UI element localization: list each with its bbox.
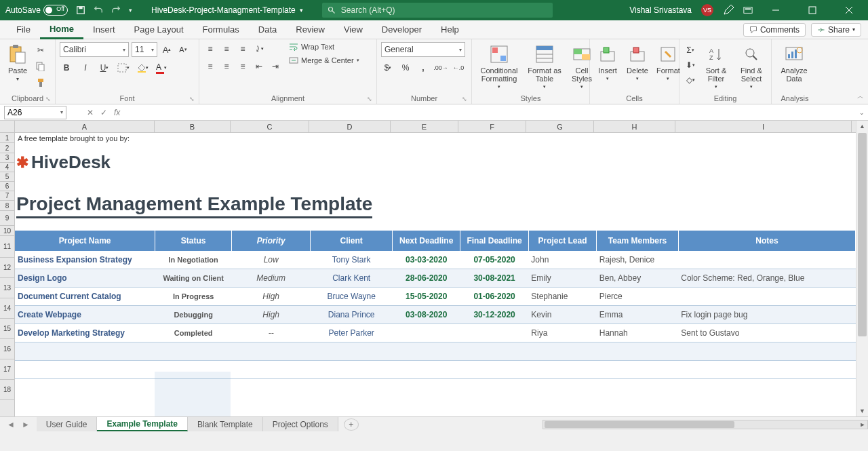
table-cell[interactable]: In Negotiation bbox=[155, 251, 231, 269]
table-header[interactable]: Project Lead bbox=[528, 231, 596, 251]
underline-button[interactable]: U▾ bbox=[98, 61, 111, 75]
table-row[interactable]: Design LogoWaiting on ClientMediumClark … bbox=[15, 269, 856, 288]
align-center-button[interactable]: ≡ bbox=[220, 60, 233, 73]
align-top-button[interactable]: ≡ bbox=[203, 42, 217, 56]
col-header-E[interactable]: E bbox=[391, 121, 458, 132]
percent-button[interactable]: % bbox=[399, 61, 412, 75]
increase-font-button[interactable]: A▴ bbox=[160, 43, 174, 56]
col-header-G[interactable]: G bbox=[526, 121, 594, 132]
table-cell[interactable] bbox=[460, 324, 528, 342]
row-header-6[interactable]: 6 bbox=[0, 182, 14, 191]
table-cell[interactable]: Business Expansion Strategy bbox=[15, 251, 155, 269]
row-header-17[interactable]: 17 bbox=[0, 359, 14, 380]
formula-input[interactable] bbox=[125, 106, 856, 119]
col-header-F[interactable]: F bbox=[458, 121, 526, 132]
table-cell[interactable] bbox=[528, 342, 596, 361]
row-header-2[interactable]: 2 bbox=[0, 143, 14, 153]
table-header[interactable]: Project Name bbox=[15, 231, 155, 251]
enter-formula-button[interactable]: ✓ bbox=[100, 108, 107, 117]
table-cell[interactable] bbox=[392, 361, 460, 379]
table-cell[interactable] bbox=[678, 288, 855, 306]
merge-center-button[interactable]: Merge & Center ▾ bbox=[289, 56, 359, 65]
table-header[interactable]: Team Members bbox=[597, 231, 679, 251]
table-cell[interactable]: John bbox=[528, 251, 596, 269]
table-cell[interactable]: High bbox=[231, 288, 311, 306]
table-header[interactable]: Final Deadline bbox=[460, 231, 528, 251]
paste-button[interactable]: Paste ▾ bbox=[4, 42, 31, 83]
clear-button[interactable]: ◇▾ bbox=[684, 73, 697, 87]
tab-developer[interactable]: Developer bbox=[372, 20, 431, 39]
table-cell[interactable]: Stephanie bbox=[528, 288, 596, 306]
number-format-combo[interactable]: General▾ bbox=[381, 42, 465, 57]
sheet-tab-example-template[interactable]: Example Template bbox=[97, 417, 187, 431]
table-cell[interactable]: 07-05-2020 bbox=[460, 251, 528, 269]
table-cell[interactable]: Completed bbox=[155, 324, 231, 342]
tab-review[interactable]: Review bbox=[286, 20, 334, 39]
tab-file[interactable]: File bbox=[7, 20, 40, 39]
cancel-formula-button[interactable]: ✕ bbox=[87, 108, 94, 117]
row-header-12[interactable]: 12 bbox=[0, 258, 14, 278]
font-name-combo[interactable]: Calibri▾ bbox=[60, 42, 129, 57]
table-cell[interactable]: Pierce bbox=[597, 288, 679, 306]
add-sheet-button[interactable]: + bbox=[344, 418, 359, 431]
insert-function-button[interactable]: fx bbox=[114, 108, 120, 117]
table-cell[interactable]: Medium bbox=[231, 269, 311, 288]
undo-icon[interactable] bbox=[94, 5, 103, 15]
row-header-8[interactable]: 8 bbox=[0, 201, 14, 211]
table-cell[interactable]: Emma bbox=[597, 306, 679, 324]
row-header-9[interactable]: 9 bbox=[0, 211, 14, 226]
table-cell[interactable]: 03-08-2020 bbox=[392, 306, 460, 324]
cells-area[interactable]: A free template brought to you by: ✱ Hiv… bbox=[15, 133, 856, 416]
format-cells-button[interactable]: Format▾ bbox=[654, 42, 683, 83]
table-cell[interactable]: 01-06-2020 bbox=[460, 288, 528, 306]
table-cell[interactable]: -- bbox=[231, 324, 311, 342]
table-cell[interactable] bbox=[528, 361, 596, 379]
table-cell[interactable]: Develop Marketing Strategy bbox=[15, 324, 155, 342]
format-as-table-button[interactable]: Format as Table▾ bbox=[525, 42, 564, 91]
table-cell[interactable]: 28-06-2020 bbox=[392, 269, 460, 288]
user-name[interactable]: Vishal Srivastava bbox=[629, 5, 692, 15]
table-cell[interactable] bbox=[155, 342, 231, 361]
col-header-A[interactable]: A bbox=[15, 121, 155, 132]
table-cell[interactable] bbox=[678, 342, 855, 361]
table-cell[interactable]: 30-12-2020 bbox=[460, 306, 528, 324]
dialog-launcher-icon[interactable]: ⤡ bbox=[45, 96, 51, 102]
table-cell[interactable] bbox=[311, 342, 393, 361]
table-cell[interactable]: 30-08-2021 bbox=[460, 269, 528, 288]
table-header[interactable]: Client bbox=[311, 231, 393, 251]
sheet-next-button[interactable]: ► bbox=[19, 420, 33, 429]
column-headers[interactable]: ABCDEFGHI bbox=[15, 121, 856, 133]
bold-button[interactable]: B bbox=[60, 61, 73, 75]
table-cell[interactable]: High bbox=[231, 306, 311, 324]
dialog-launcher-icon[interactable]: ⤡ bbox=[189, 96, 195, 102]
ribbon-display-icon[interactable] bbox=[743, 5, 753, 15]
font-color-button[interactable]: A▾ bbox=[155, 61, 168, 75]
comma-button[interactable]: , bbox=[416, 61, 430, 75]
scroll-up-button[interactable]: ▲ bbox=[856, 121, 868, 132]
table-cell[interactable]: Sent to Gustavo bbox=[678, 324, 855, 342]
row-header-18[interactable]: 18 bbox=[0, 380, 14, 400]
table-cell[interactable] bbox=[392, 342, 460, 361]
worksheet-grid[interactable]: ABCDEFGHI 123456789101112131415161718 A … bbox=[0, 121, 868, 416]
table-header[interactable]: Next Deadline bbox=[392, 231, 460, 251]
align-middle-button[interactable]: ≡ bbox=[220, 42, 233, 56]
wrap-text-button[interactable]: Wrap Text bbox=[289, 42, 359, 52]
col-header-C[interactable]: C bbox=[231, 121, 309, 132]
table-cell[interactable]: Document Current Catalog bbox=[15, 288, 155, 306]
table-cell[interactable]: Diana Prince bbox=[311, 306, 393, 324]
table-cell[interactable] bbox=[597, 342, 679, 361]
table-row[interactable] bbox=[15, 342, 856, 361]
table-cell[interactable]: Riya bbox=[528, 324, 596, 342]
table-header[interactable]: Priority bbox=[231, 231, 311, 251]
borders-button[interactable]: ▾ bbox=[117, 61, 130, 75]
dialog-launcher-icon[interactable]: ⤡ bbox=[367, 96, 372, 102]
table-cell[interactable] bbox=[231, 361, 311, 379]
fill-color-button[interactable]: ▾ bbox=[136, 61, 149, 75]
table-cell[interactable]: Peter Parker bbox=[311, 324, 393, 342]
sheet-tab-project-options[interactable]: Project Options bbox=[263, 417, 338, 431]
sort-filter-button[interactable]: AZ Sort & Filter▾ bbox=[700, 42, 732, 91]
decrease-indent-button[interactable]: ⇤ bbox=[252, 60, 266, 73]
table-cell[interactable] bbox=[15, 342, 155, 361]
col-header-H[interactable]: H bbox=[594, 121, 675, 132]
cut-button[interactable]: ✂ bbox=[34, 43, 47, 57]
